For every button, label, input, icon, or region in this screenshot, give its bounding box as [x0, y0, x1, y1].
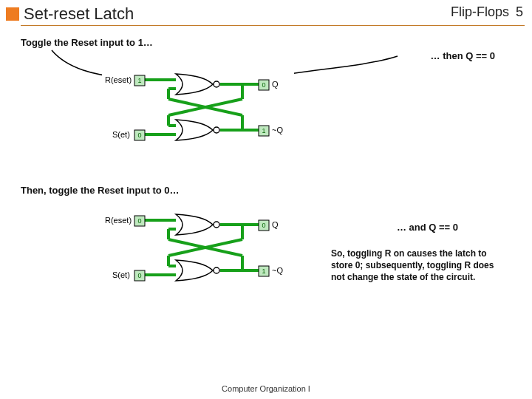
step1-result: … then Q == 0 — [431, 50, 495, 61]
header-rule — [21, 25, 525, 26]
explanation-text: So, toggling R on causes the latch to st… — [331, 248, 501, 284]
label-nq: ~Q — [272, 266, 283, 275]
pin-value-s: 0 — [137, 272, 141, 279]
pin-value-nq: 1 — [262, 127, 265, 134]
section-meta: Flip-Flops 5 — [451, 4, 523, 20]
pin-value-r: 0 — [137, 217, 141, 225]
svg-point-13 — [214, 81, 219, 87]
sr-latch-diagram-bottom: 0 0 0 1 R(eset) S(et) Q ~Q — [102, 207, 294, 291]
sr-latch-diagram-top: 1 0 0 1 R(eset) S(et) Q ~Q — [102, 66, 294, 151]
label-reset: R(eset) — [105, 75, 132, 84]
step2-text: Then, toggle the Reset input to 0… — [21, 185, 180, 196]
pin-value-nq: 1 — [262, 267, 265, 275]
step2-result: … and Q == 0 — [397, 222, 458, 233]
pin-value-q: 0 — [262, 222, 265, 229]
pin-value-r: 1 — [137, 77, 141, 84]
pin-value-q: 0 — [262, 81, 265, 89]
slide-title: Set-reset Latch — [24, 4, 134, 24]
title-bullet-icon — [6, 7, 19, 21]
step1-text: Toggle the Reset input to 1… — [21, 37, 153, 48]
section-name: Flip-Flops — [451, 4, 509, 19]
footer-text: Computer Organization I — [0, 384, 532, 393]
svg-point-32 — [214, 222, 219, 228]
label-set: S(et) — [112, 130, 130, 139]
label-q: Q — [272, 80, 279, 89]
label-reset: R(eset) — [105, 216, 132, 225]
label-q: Q — [272, 220, 279, 229]
page-number: 5 — [516, 4, 523, 19]
label-set: S(et) — [112, 270, 130, 279]
svg-point-14 — [214, 127, 219, 133]
svg-point-33 — [214, 267, 219, 273]
label-nq: ~Q — [272, 126, 283, 134]
pin-value-s: 0 — [137, 132, 141, 139]
